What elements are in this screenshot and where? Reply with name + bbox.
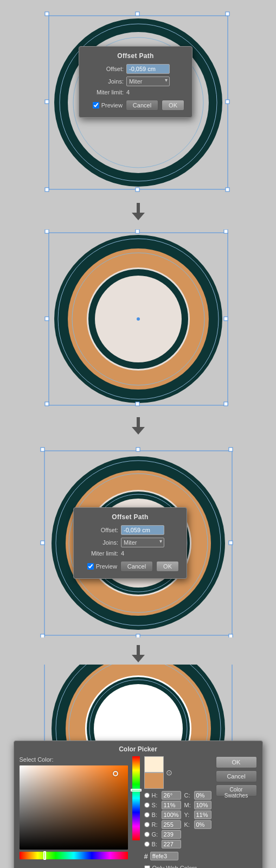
only-web-checkbox[interactable]: [144, 865, 150, 869]
cp-body: Select Color:: [20, 756, 257, 868]
c-field-row: C:: [184, 791, 211, 800]
joins-select-2[interactable]: Miter: [121, 538, 164, 547]
svg-rect-9: [136, 188, 139, 192]
preview-checkbox-2[interactable]: [87, 563, 94, 570]
b2-radio[interactable]: [144, 841, 150, 847]
svg-point-31: [137, 317, 140, 321]
h-label: H:: [152, 792, 159, 799]
b-field-row: B:: [144, 810, 181, 819]
cp-swatch-new: [144, 756, 164, 773]
cp-cancel-button[interactable]: Cancel: [216, 770, 257, 782]
svg-rect-27: [136, 402, 139, 406]
cp-gradient-dark: [20, 765, 128, 850]
y-label: Y:: [184, 812, 192, 818]
section-2: [0, 222, 276, 415]
svg-rect-23: [224, 229, 228, 233]
svg-rect-46: [136, 634, 140, 637]
svg-marker-52: [132, 655, 145, 662]
h-field-row: H:: [144, 791, 181, 800]
preview-label-1: Preview: [101, 102, 123, 108]
b2-input[interactable]: [162, 840, 181, 848]
svg-rect-10: [226, 188, 229, 192]
svg-rect-45: [41, 634, 44, 637]
svg-rect-4: [136, 12, 139, 16]
svg-marker-14: [132, 213, 145, 220]
offset-input-1[interactable]: [126, 64, 170, 74]
svg-rect-8: [45, 188, 49, 192]
y-input[interactable]: [194, 810, 211, 819]
dialog-buttons-2: Preview Cancel OK: [81, 561, 179, 572]
offset-label-1: Offset:: [87, 66, 124, 72]
cp-ok-button[interactable]: OK: [216, 756, 257, 768]
arrow-3: [0, 645, 276, 662]
s-input[interactable]: [162, 801, 181, 809]
svg-rect-24: [45, 317, 49, 321]
color-picker-dialog: Color Picker Select Color:: [14, 741, 263, 868]
cancel-button-2[interactable]: Cancel: [120, 561, 153, 572]
hex-input[interactable]: [150, 852, 178, 860]
cp-cmyk-fields: C: M: Y: K:: [184, 791, 211, 848]
cp-swatches-button[interactable]: Color Swatches: [216, 784, 257, 796]
offset-row-2: Offset:: [81, 525, 179, 535]
cp-swatch-old: [144, 773, 164, 789]
svg-rect-6: [45, 100, 49, 104]
r-input[interactable]: [162, 820, 181, 829]
k-input[interactable]: [194, 820, 211, 829]
cancel-button-1[interactable]: Cancel: [126, 100, 158, 111]
cp-spectrum-cursor: [131, 789, 142, 792]
svg-rect-5: [226, 12, 229, 16]
cp-spectrum-bar[interactable]: [132, 756, 140, 840]
section-3: Offset Path Offset: Joins: Miter Miter l…: [0, 437, 276, 643]
cp-gradient-picker[interactable]: [20, 765, 128, 850]
svg-rect-22: [136, 229, 139, 233]
arrow-down-svg-3: [132, 645, 145, 662]
svg-rect-21: [45, 229, 49, 233]
cp-swatch-area: ⊙: [144, 756, 211, 789]
c-label: C:: [184, 792, 192, 799]
ok-button-1[interactable]: OK: [162, 100, 184, 111]
cp-swatches-stack: [144, 756, 164, 789]
cp-left-panel: Select Color:: [20, 756, 128, 859]
g-field-row: G:: [144, 830, 181, 839]
s-field-row: S:: [144, 801, 181, 809]
r-radio[interactable]: [144, 822, 150, 827]
svg-rect-40: [41, 448, 44, 451]
dialog-title-1: Offset Path: [87, 52, 184, 60]
g-input[interactable]: [162, 830, 181, 839]
svg-rect-25: [224, 317, 228, 321]
svg-rect-42: [229, 448, 233, 451]
h-radio[interactable]: [144, 793, 150, 798]
preview-checkbox-1[interactable]: [93, 102, 99, 108]
dialog-buttons-1: Preview Cancel OK: [87, 100, 184, 111]
b-label: B:: [152, 812, 159, 818]
offset-input-2[interactable]: [121, 525, 164, 535]
miter-label-2: Miter limit:: [81, 550, 118, 557]
miter-row-2: Miter limit: 4: [81, 550, 179, 557]
preview-check-1: Preview: [93, 102, 123, 108]
s-radio[interactable]: [144, 802, 150, 808]
offset-row-1: Offset:: [87, 64, 184, 74]
g-radio[interactable]: [144, 832, 150, 837]
eyedropper-icon[interactable]: ⊙: [166, 768, 172, 777]
ok-button-2[interactable]: OK: [156, 561, 179, 572]
b-radio[interactable]: [144, 812, 150, 818]
s-label: S:: [152, 802, 159, 808]
joins-row-2: Joins: Miter: [81, 538, 179, 547]
dialog-title-2: Offset Path: [81, 513, 179, 521]
m-label: M:: [184, 802, 192, 808]
only-web-label: Only Web Colors: [152, 865, 197, 868]
cp-hue-cursor: [43, 851, 46, 860]
b-input[interactable]: [162, 810, 181, 819]
c-input[interactable]: [194, 791, 211, 800]
miter-row-1: Miter limit: 4: [87, 89, 184, 95]
svg-rect-32: [137, 417, 140, 428]
svg-rect-3: [45, 12, 49, 16]
h-input[interactable]: [162, 791, 181, 800]
r-label: R:: [152, 821, 159, 828]
m-input[interactable]: [194, 801, 211, 809]
svg-rect-7: [226, 100, 229, 104]
joins-label-2: Joins:: [81, 539, 118, 546]
svg-rect-47: [229, 634, 233, 637]
cp-hue-strip[interactable]: [20, 852, 128, 859]
joins-select-1[interactable]: Miter: [126, 76, 170, 86]
